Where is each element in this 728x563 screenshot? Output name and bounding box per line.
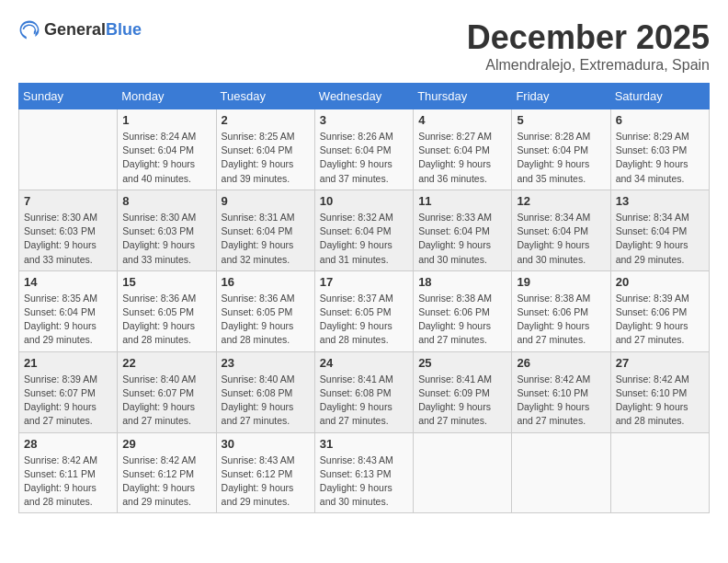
day-number: 23 — [222, 356, 310, 370]
calendar-cell: 13Sunrise: 8:34 AM Sunset: 6:04 PM Dayli… — [610, 190, 709, 270]
day-detail: Sunrise: 8:26 AM Sunset: 6:04 PM Dayligh… — [320, 130, 408, 186]
week-row-5: 28Sunrise: 8:42 AM Sunset: 6:11 PM Dayli… — [19, 432, 710, 513]
day-number: 30 — [222, 437, 310, 451]
weekday-header-tuesday: Tuesday — [216, 84, 314, 109]
day-detail: Sunrise: 8:41 AM Sunset: 6:09 PM Dayligh… — [418, 373, 506, 429]
day-detail: Sunrise: 8:34 AM Sunset: 6:04 PM Dayligh… — [616, 211, 704, 267]
day-detail: Sunrise: 8:42 AM Sunset: 6:10 PM Dayligh… — [517, 373, 605, 429]
week-row-2: 7Sunrise: 8:30 AM Sunset: 6:03 PM Daylig… — [19, 190, 710, 270]
weekday-header-sunday: Sunday — [19, 84, 118, 109]
day-number: 12 — [517, 194, 605, 208]
calendar-cell: 31Sunrise: 8:43 AM Sunset: 6:13 PM Dayli… — [314, 432, 413, 513]
calendar-cell: 22Sunrise: 8:40 AM Sunset: 6:07 PM Dayli… — [118, 351, 216, 432]
calendar-cell: 2Sunrise: 8:25 AM Sunset: 6:04 PM Daylig… — [216, 109, 314, 190]
day-detail: Sunrise: 8:43 AM Sunset: 6:13 PM Dayligh… — [320, 454, 408, 510]
calendar-cell — [512, 432, 610, 513]
day-detail: Sunrise: 8:32 AM Sunset: 6:04 PM Dayligh… — [320, 211, 408, 267]
day-detail: Sunrise: 8:28 AM Sunset: 6:04 PM Dayligh… — [517, 130, 605, 186]
day-detail: Sunrise: 8:31 AM Sunset: 6:04 PM Dayligh… — [222, 211, 310, 267]
calendar-cell: 24Sunrise: 8:41 AM Sunset: 6:08 PM Dayli… — [314, 351, 413, 432]
calendar-cell: 7Sunrise: 8:30 AM Sunset: 6:03 PM Daylig… — [19, 190, 118, 270]
day-detail: Sunrise: 8:42 AM Sunset: 6:12 PM Dayligh… — [122, 454, 210, 510]
day-number: 16 — [222, 275, 310, 289]
calendar-cell: 3Sunrise: 8:26 AM Sunset: 6:04 PM Daylig… — [314, 109, 413, 190]
day-number: 6 — [616, 113, 704, 127]
calendar-cell — [414, 432, 512, 513]
day-detail: Sunrise: 8:29 AM Sunset: 6:03 PM Dayligh… — [616, 130, 704, 186]
weekday-header-saturday: Saturday — [610, 84, 709, 109]
logo-general-text: General — [44, 20, 106, 39]
calendar-cell: 5Sunrise: 8:28 AM Sunset: 6:04 PM Daylig… — [512, 109, 610, 190]
day-number: 17 — [320, 275, 408, 289]
calendar-table: SundayMondayTuesdayWednesdayThursdayFrid… — [18, 83, 710, 513]
day-detail: Sunrise: 8:37 AM Sunset: 6:05 PM Dayligh… — [320, 292, 408, 348]
calendar-cell: 15Sunrise: 8:36 AM Sunset: 6:05 PM Dayli… — [118, 270, 216, 351]
calendar-cell: 10Sunrise: 8:32 AM Sunset: 6:04 PM Dayli… — [314, 190, 413, 270]
day-detail: Sunrise: 8:39 AM Sunset: 6:06 PM Dayligh… — [616, 292, 704, 348]
day-detail: Sunrise: 8:40 AM Sunset: 6:08 PM Dayligh… — [222, 373, 310, 429]
day-detail: Sunrise: 8:25 AM Sunset: 6:04 PM Dayligh… — [222, 130, 310, 186]
logo: GeneralBlue — [18, 18, 142, 40]
day-number: 26 — [517, 356, 605, 370]
day-number: 2 — [222, 113, 310, 127]
day-detail: Sunrise: 8:34 AM Sunset: 6:04 PM Dayligh… — [517, 211, 605, 267]
calendar-cell: 14Sunrise: 8:35 AM Sunset: 6:04 PM Dayli… — [19, 270, 118, 351]
calendar-cell: 16Sunrise: 8:36 AM Sunset: 6:05 PM Dayli… — [216, 270, 314, 351]
calendar-cell: 20Sunrise: 8:39 AM Sunset: 6:06 PM Dayli… — [610, 270, 709, 351]
day-number: 15 — [122, 275, 210, 289]
calendar-cell: 27Sunrise: 8:42 AM Sunset: 6:10 PM Dayli… — [610, 351, 709, 432]
week-row-4: 21Sunrise: 8:39 AM Sunset: 6:07 PM Dayli… — [19, 351, 710, 432]
page-header: GeneralBlue December 2025 Almendralejo, … — [18, 18, 710, 74]
day-number: 20 — [616, 275, 704, 289]
day-number: 27 — [616, 356, 704, 370]
day-number: 9 — [222, 194, 310, 208]
day-number: 18 — [418, 275, 506, 289]
calendar-cell — [19, 109, 118, 190]
day-number: 11 — [418, 194, 506, 208]
calendar-cell: 28Sunrise: 8:42 AM Sunset: 6:11 PM Dayli… — [19, 432, 118, 513]
calendar-cell: 1Sunrise: 8:24 AM Sunset: 6:04 PM Daylig… — [118, 109, 216, 190]
day-number: 13 — [616, 194, 704, 208]
day-number: 25 — [418, 356, 506, 370]
day-detail: Sunrise: 8:36 AM Sunset: 6:05 PM Dayligh… — [222, 292, 310, 348]
day-detail: Sunrise: 8:33 AM Sunset: 6:04 PM Dayligh… — [418, 211, 506, 267]
calendar-cell: 17Sunrise: 8:37 AM Sunset: 6:05 PM Dayli… — [314, 270, 413, 351]
calendar-cell: 26Sunrise: 8:42 AM Sunset: 6:10 PM Dayli… — [512, 351, 610, 432]
day-detail: Sunrise: 8:41 AM Sunset: 6:08 PM Dayligh… — [320, 373, 408, 429]
day-number: 24 — [320, 356, 408, 370]
weekday-header-friday: Friday — [512, 84, 610, 109]
day-number: 1 — [122, 113, 210, 127]
day-number: 4 — [418, 113, 506, 127]
day-number: 29 — [122, 437, 210, 451]
day-detail: Sunrise: 8:30 AM Sunset: 6:03 PM Dayligh… — [24, 211, 112, 267]
day-number: 3 — [320, 113, 408, 127]
calendar-cell: 12Sunrise: 8:34 AM Sunset: 6:04 PM Dayli… — [512, 190, 610, 270]
calendar-cell: 19Sunrise: 8:38 AM Sunset: 6:06 PM Dayli… — [512, 270, 610, 351]
location-title: Almendralejo, Extremadura, Spain — [467, 57, 710, 74]
week-row-3: 14Sunrise: 8:35 AM Sunset: 6:04 PM Dayli… — [19, 270, 710, 351]
title-block: December 2025 Almendralejo, Extremadura,… — [467, 18, 710, 74]
calendar-cell: 21Sunrise: 8:39 AM Sunset: 6:07 PM Dayli… — [19, 351, 118, 432]
day-detail: Sunrise: 8:43 AM Sunset: 6:12 PM Dayligh… — [222, 454, 310, 510]
week-row-1: 1Sunrise: 8:24 AM Sunset: 6:04 PM Daylig… — [19, 109, 710, 190]
day-number: 31 — [320, 437, 408, 451]
calendar-cell: 18Sunrise: 8:38 AM Sunset: 6:06 PM Dayli… — [414, 270, 512, 351]
day-number: 19 — [517, 275, 605, 289]
day-detail: Sunrise: 8:39 AM Sunset: 6:07 PM Dayligh… — [24, 373, 112, 429]
calendar-cell: 23Sunrise: 8:40 AM Sunset: 6:08 PM Dayli… — [216, 351, 314, 432]
day-detail: Sunrise: 8:35 AM Sunset: 6:04 PM Dayligh… — [24, 292, 112, 348]
day-number: 22 — [122, 356, 210, 370]
day-detail: Sunrise: 8:30 AM Sunset: 6:03 PM Dayligh… — [122, 211, 210, 267]
day-detail: Sunrise: 8:27 AM Sunset: 6:04 PM Dayligh… — [418, 130, 506, 186]
calendar-cell: 6Sunrise: 8:29 AM Sunset: 6:03 PM Daylig… — [610, 109, 709, 190]
calendar-cell: 11Sunrise: 8:33 AM Sunset: 6:04 PM Dayli… — [414, 190, 512, 270]
day-detail: Sunrise: 8:42 AM Sunset: 6:10 PM Dayligh… — [616, 373, 704, 429]
logo-blue-text: Blue — [106, 20, 142, 39]
calendar-cell: 25Sunrise: 8:41 AM Sunset: 6:09 PM Dayli… — [414, 351, 512, 432]
day-number: 8 — [122, 194, 210, 208]
day-detail: Sunrise: 8:36 AM Sunset: 6:05 PM Dayligh… — [122, 292, 210, 348]
calendar-cell: 4Sunrise: 8:27 AM Sunset: 6:04 PM Daylig… — [414, 109, 512, 190]
day-number: 10 — [320, 194, 408, 208]
weekday-header-wednesday: Wednesday — [314, 84, 413, 109]
month-title: December 2025 — [467, 18, 710, 57]
